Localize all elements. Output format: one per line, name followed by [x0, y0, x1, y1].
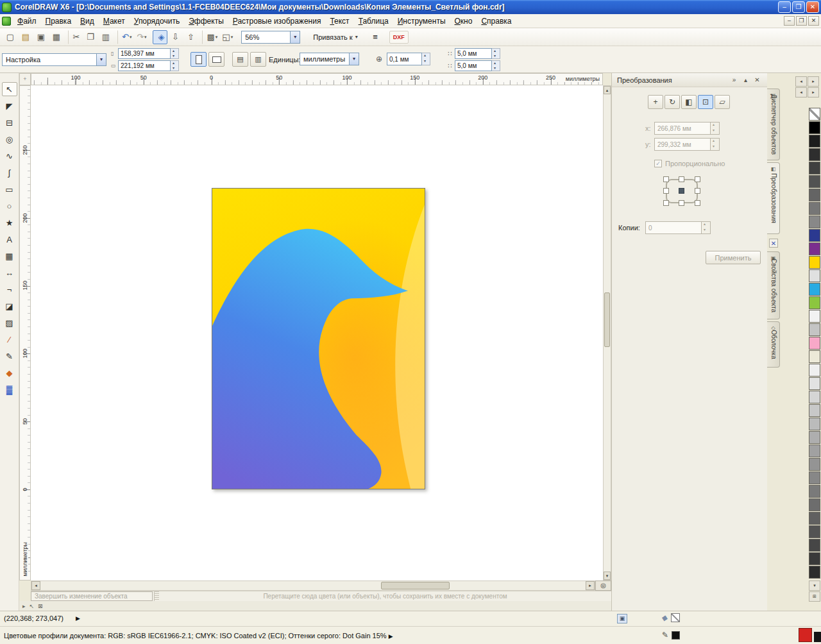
palette-swatch[interactable]: [809, 404, 820, 417]
all-pages-button[interactable]: [232, 52, 248, 67]
nudge-offset-spinner[interactable]: [422, 53, 430, 65]
palette-swatch[interactable]: [809, 377, 820, 390]
palette-swatch[interactable]: [809, 296, 820, 309]
palette-swatch[interactable]: [809, 445, 820, 457]
tab-object-properties[interactable]: ▣ Свойства объекта: [767, 251, 780, 319]
menubar-item[interactable]: Инструменты: [393, 15, 450, 28]
anchor-middle-left[interactable]: [663, 188, 669, 194]
palette-swatch[interactable]: [809, 431, 820, 444]
palette-swatch[interactable]: [809, 458, 820, 471]
palette-swatch[interactable]: [809, 323, 820, 336]
menubar-item[interactable]: Текст: [325, 15, 353, 28]
rectangle-tool[interactable]: ▭: [2, 182, 17, 196]
cut-button[interactable]: ✂: [68, 30, 83, 44]
palette-scroll-button[interactable]: ◂: [795, 87, 807, 97]
page-height-spinner[interactable]: [171, 60, 179, 71]
fill-none-swatch[interactable]: [671, 613, 680, 622]
document-restore-button[interactable]: ❐: [796, 16, 807, 26]
nudge-offset-field[interactable]: 0,1 мм: [387, 53, 422, 65]
corner-color-swatch[interactable]: [814, 632, 821, 642]
copies-field[interactable]: 0: [645, 221, 702, 234]
export-button[interactable]: ⇧: [183, 30, 198, 44]
docker-close-icon[interactable]: ✕: [752, 76, 762, 83]
drawing-canvas[interactable]: [31, 85, 603, 580]
crop-tool[interactable]: ⊟: [2, 115, 17, 130]
title-bar[interactable]: CorelDRAW X6 - [D:\Documents and Setting…: [0, 0, 821, 14]
page-height-field[interactable]: 221,192 мм: [118, 60, 171, 71]
pick-tool[interactable]: ↖: [2, 82, 17, 96]
interactive-fill-tool[interactable]: ▓: [2, 382, 17, 396]
copies-spinner[interactable]: [702, 221, 711, 234]
undo-button[interactable]: ↶ ▾: [117, 30, 133, 44]
palette-grip-handle[interactable]: [154, 591, 159, 601]
anchor-middle-right[interactable]: [695, 188, 700, 194]
palette-swatch[interactable]: [809, 283, 820, 296]
palette-swatch[interactable]: [809, 498, 820, 511]
palette-scroll-button[interactable]: ◂: [795, 76, 807, 87]
anchor-center[interactable]: [679, 188, 684, 194]
menubar-item[interactable]: Таблица: [354, 15, 393, 28]
units-combobox[interactable]: миллиметры: [300, 53, 359, 65]
vertical-scrollbar[interactable]: [603, 85, 611, 580]
snap-to-dropdown[interactable]: Привязать к: [309, 31, 361, 43]
palette-swatch[interactable]: [809, 364, 820, 377]
combo-dropdown-icon[interactable]: [349, 53, 359, 65]
palette-swatch[interactable]: [809, 525, 820, 538]
copy-button[interactable]: ❐: [83, 30, 98, 44]
x-position-spinner[interactable]: [711, 122, 720, 135]
palette-swatch[interactable]: [809, 175, 820, 188]
polygon-tool[interactable]: ★: [2, 216, 17, 230]
transform-skew-button[interactable]: ▱: [715, 95, 730, 109]
palette-swatch[interactable]: [809, 418, 820, 430]
transparency-tool[interactable]: ▨: [2, 316, 17, 330]
palette-flyout-button[interactable]: ▾: [809, 580, 820, 591]
import-button[interactable]: ⇩: [168, 30, 183, 44]
window-close-button[interactable]: ✕: [806, 1, 819, 13]
palette-swatch[interactable]: [809, 337, 820, 350]
tab-envelope[interactable]: ◇ Оболочка: [767, 321, 780, 368]
palette-swatch[interactable]: [809, 512, 820, 525]
open-button[interactable]: ▤: [19, 30, 33, 44]
palette-flyout-button[interactable]: ⊞: [809, 591, 820, 602]
menubar-item[interactable]: Упорядочить: [130, 15, 184, 28]
artistic-media-tool[interactable]: ∫: [2, 165, 17, 180]
transform-size-button[interactable]: ⊡: [698, 95, 713, 109]
palette-swatch[interactable]: [809, 256, 820, 269]
horizontal-scrollbar[interactable]: [31, 580, 595, 591]
palette-scroll-button[interactable]: ▸: [808, 87, 819, 97]
options-button[interactable]: ≡: [368, 30, 383, 44]
menubar-item[interactable]: Вид: [76, 15, 99, 28]
connector-tool[interactable]: ¬: [2, 282, 17, 296]
navigator-icon[interactable]: ▸: [22, 603, 26, 609]
ellipse-tool[interactable]: ○: [2, 199, 17, 213]
search-content-button[interactable]: ◈: [153, 30, 167, 44]
document-palette-drop-area[interactable]: Перетащите сюда цвета (или объекты), что…: [159, 591, 611, 601]
portrait-button[interactable]: [190, 52, 207, 67]
scroll-left-icon[interactable]: [31, 581, 40, 590]
current-page-button[interactable]: [250, 52, 266, 67]
palette-swatch[interactable]: [809, 229, 820, 242]
drop-shadow-tool[interactable]: ◪: [2, 299, 17, 313]
ruler-origin-button[interactable]: +: [19, 73, 31, 85]
scroll-down-icon[interactable]: [604, 572, 611, 580]
window-minimize-button[interactable]: –: [778, 1, 791, 13]
x-position-field[interactable]: 266,876 мм: [654, 122, 711, 135]
tab-object-manager[interactable]: ▤ Диспетчер объектов: [767, 89, 780, 160]
duplicate-x-spinner[interactable]: [492, 48, 500, 59]
anchor-top-left[interactable]: [663, 176, 669, 182]
profiles-flyout-icon[interactable]: ▶: [389, 633, 393, 640]
page-width-spinner[interactable]: [171, 48, 179, 59]
navigator-icon[interactable]: ⊠: [38, 603, 43, 609]
palette-swatch[interactable]: [809, 485, 820, 498]
vertical-ruler[interactable]: 25020015010050050 миллиметры: [19, 85, 31, 580]
horizontal-scroll-thumb[interactable]: [381, 582, 450, 589]
fill-tool[interactable]: ◆: [2, 366, 17, 380]
vertical-scroll-thumb[interactable]: [604, 292, 610, 347]
coordinates-flyout-icon[interactable]: ▶: [76, 615, 80, 622]
palette-swatch[interactable]: [809, 566, 820, 579]
document-close-button[interactable]: ✕: [808, 16, 819, 26]
anchor-point-selector[interactable]: [663, 176, 700, 206]
menubar-item[interactable]: Правка: [41, 15, 76, 28]
duplicate-y-field[interactable]: 5,0 мм: [455, 60, 492, 71]
docker-strip-close-button[interactable]: ✕: [769, 239, 778, 248]
